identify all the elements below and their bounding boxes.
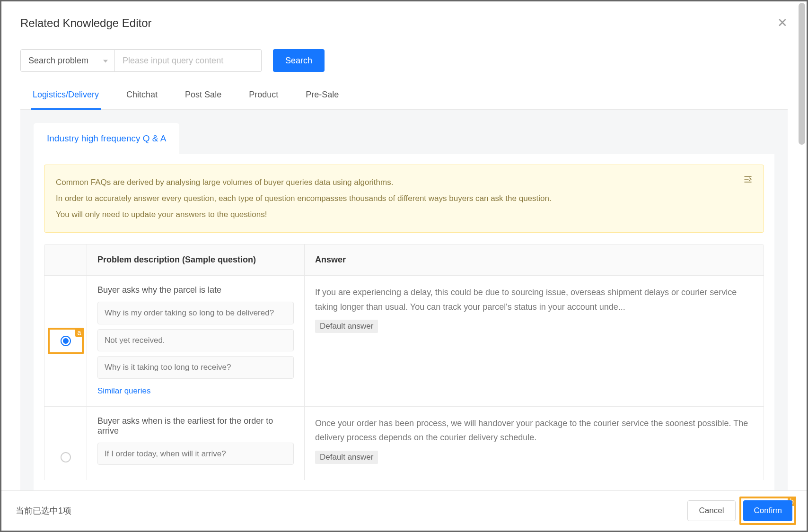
default-answer-badge: Default answer: [315, 320, 378, 333]
search-input[interactable]: [115, 49, 262, 72]
row-radio[interactable]: [61, 336, 71, 346]
table-header: Problem description (Sample question) An…: [44, 244, 764, 276]
tab-logistics-delivery[interactable]: Logistics/Delivery: [31, 83, 101, 110]
modal-title: Related Knowledge Editor: [20, 17, 152, 30]
sub-tabs: Industry high frequency Q & A: [34, 123, 774, 154]
header-problem: Problem description (Sample question): [87, 244, 305, 275]
tab-post-sale[interactable]: Post Sale: [183, 83, 223, 110]
info-banner: Common FAQs are derived by analysing lar…: [44, 165, 764, 233]
answer-text: Once your order has been process, we wil…: [315, 416, 753, 445]
sample-question: If I order today, when will it arrive?: [97, 443, 294, 465]
row-radio[interactable]: [61, 452, 71, 462]
modal-header: Related Knowledge Editor ✕: [1, 1, 807, 40]
info-line-2: In order to accurately answer every ques…: [56, 191, 552, 207]
tab-product[interactable]: Product: [247, 83, 280, 110]
sample-question: Why is my order taking so long to be del…: [97, 302, 294, 324]
sub-tab-industry-faq[interactable]: Industry high frequency Q & A: [34, 123, 179, 154]
answer-text: If you are experiencing a delay, this co…: [315, 285, 753, 314]
sample-question: Not yet received.: [97, 329, 294, 352]
similar-queries-link[interactable]: Similar queries: [97, 386, 150, 396]
problem-title: Buyer asks why the parcel is late: [97, 285, 294, 295]
sample-question: Why is it taking too long to receive?: [97, 356, 294, 379]
category-tabs: Logistics/Delivery Chitchat Post Sale Pr…: [20, 83, 788, 110]
search-button[interactable]: Search: [273, 49, 325, 72]
modal: Related Knowledge Editor ✕ Search proble…: [0, 0, 808, 532]
confirm-button[interactable]: Confirm: [743, 500, 792, 521]
cancel-button[interactable]: Cancel: [687, 500, 736, 521]
row-select-cell: [44, 407, 87, 480]
modal-body: Search problem Search Logistics/Delivery…: [1, 40, 807, 490]
search-type-select[interactable]: Search problem: [20, 49, 115, 72]
tab-chitchat[interactable]: Chitchat: [124, 83, 159, 110]
search-type-label: Search problem: [28, 56, 88, 66]
qa-table: Problem description (Sample question) An…: [44, 244, 764, 480]
modal-footer: 当前已选中1项 Cancel b Confirm: [1, 490, 807, 531]
tab-pre-sale[interactable]: Pre-Sale: [304, 83, 341, 110]
row-select-cell: a: [44, 276, 87, 406]
problem-title: Buyer asks when is the earliest for the …: [97, 416, 294, 436]
close-icon[interactable]: ✕: [777, 16, 788, 30]
default-answer-badge: Default answer: [315, 451, 378, 464]
info-line-3: You will only need to update your answer…: [56, 207, 552, 223]
info-banner-text: Common FAQs are derived by analysing lar…: [56, 174, 552, 223]
row-answer-cell: If you are experiencing a delay, this co…: [305, 276, 764, 406]
footer-actions: Cancel b Confirm: [687, 500, 792, 521]
table-row: a Buyer asks why the parcel is late Why …: [44, 276, 764, 407]
collapse-icon[interactable]: [744, 175, 752, 185]
selection-status: 当前已选中1项: [16, 505, 71, 516]
highlight-badge-a: a: [75, 328, 84, 337]
white-card: Common FAQs are derived by analysing lar…: [34, 154, 774, 490]
info-line-1: Common FAQs are derived by analysing lar…: [56, 174, 552, 191]
row-answer-cell: Once your order has been process, we wil…: [305, 407, 764, 480]
row-problem-cell: Buyer asks why the parcel is late Why is…: [87, 276, 305, 406]
header-answer: Answer: [305, 244, 764, 275]
content-panel: Industry high frequency Q & A Common FAQ…: [20, 110, 788, 490]
header-select-col: [44, 244, 87, 275]
search-row: Search problem Search: [20, 49, 788, 72]
row-problem-cell: Buyer asks when is the earliest for the …: [87, 407, 305, 480]
table-row: Buyer asks when is the earliest for the …: [44, 407, 764, 480]
